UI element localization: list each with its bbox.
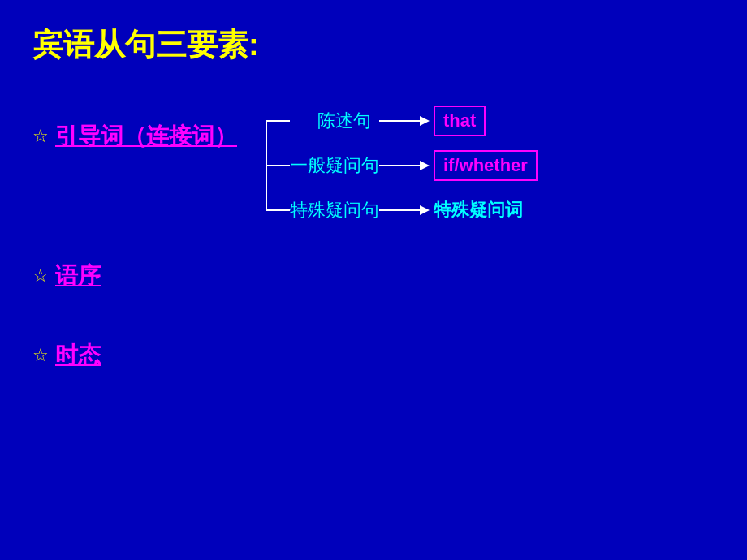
branch-label-special: 特殊疑问句 [290,198,371,222]
star-icon-3: ☆ [32,345,49,366]
guide-word-label: 引导词（连接词） [55,121,237,152]
arrow-line-1 [379,120,420,122]
arrow-3 [379,205,430,215]
guide-word-section: ☆ 引导词（连接词） 陈述句 that 一般疑问句 [32,98,715,232]
branch-general: 一般疑问句 if/whether [266,143,538,187]
tense-section: ☆ 时态 [32,340,715,371]
branch-label-declarative: 陈述句 [290,109,371,133]
arrow-head-1 [420,116,430,126]
arrow-2 [379,161,430,170]
content-area: ☆ 引导词（连接词） 陈述句 that 一般疑问句 [32,90,715,379]
slide-title: 宾语从句三要素: [32,24,715,66]
horiz-line-2 [266,165,290,166]
slide: 宾语从句三要素: ☆ 引导词（连接词） 陈述句 that [0,0,747,560]
word-order-section: ☆ 语序 [32,261,715,291]
result-that: that [434,106,486,136]
guide-word-label-area: ☆ 引导词（连接词） [32,98,253,152]
result-ifwhether: if/whether [434,150,538,181]
star-icon-2: ☆ [32,265,49,286]
star-icon-1: ☆ [32,126,49,147]
arrow-head-3 [420,205,430,215]
horiz-line-3 [266,209,290,211]
arrow-1 [379,116,430,126]
tense-label: 时态 [55,340,101,371]
arrow-head-2 [420,161,430,170]
arrow-line-3 [379,209,420,211]
result-special: 特殊疑问词 [434,198,523,222]
word-order-label: 语序 [55,261,101,291]
arrow-line-2 [379,165,420,166]
horiz-line-1 [266,120,290,122]
branch-special: 特殊疑问句 特殊疑问词 [266,187,538,232]
branches-area: 陈述句 that 一般疑问句 if/whether [266,98,538,232]
branch-declarative: 陈述句 that [266,98,538,143]
branch-label-general: 一般疑问句 [290,153,371,178]
